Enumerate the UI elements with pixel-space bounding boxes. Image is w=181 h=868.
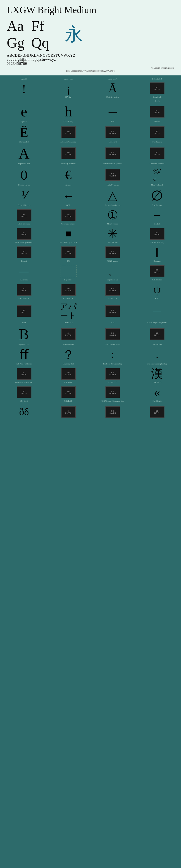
cell-a-macron: Ā Modifier Letters — [90, 81, 135, 99]
no-glyph-badge-4c: NOGLYPH — [150, 148, 165, 159]
no-glyph-badge-13b: NOGLYPH — [105, 328, 120, 340]
cell-no-glyph-3a: NOGLYPH Latin Ext Additional — [46, 124, 90, 144]
sample-aa: Aa — [7, 18, 25, 34]
cell-box-draw: ─ Dingbats — [135, 208, 179, 226]
sample-pair-1: Aa Gg — [7, 18, 25, 51]
grid-row-12: NOGLYPH Lisu アパート Latin Ext D NOGLYPH PU… — [2, 301, 179, 324]
no-glyph-badge-9a: NOGLYPH — [17, 246, 31, 258]
cell-inverted-exclamation: ¡ IPA Ext — [46, 81, 90, 99]
cell-ff-ligature: ﬀ Half And Full Forms — [2, 347, 46, 366]
grid-row-9: NOGLYPH Kangxi NOGLYPH IDC NOGLYPH CJK S… — [2, 245, 179, 263]
cell-full-comma: ， Enclosed Ideographic Sup — [135, 347, 179, 366]
col-header-ascii: ASCII — [2, 77, 46, 81]
no-glyph-badge-5: NOGLYPH — [105, 169, 120, 181]
no-glyph-badge-17c: NOGLYPH — [150, 406, 165, 418]
no-glyph-badge-11a: NOGLYPH — [17, 284, 31, 296]
cell-psi: ψ CJK — [135, 282, 179, 300]
cell-no-glyph-10: NOGLYPH CJK Strokes — [135, 264, 179, 282]
cell-percent-c: %/c Misc Technical — [135, 166, 179, 187]
cell-no-glyph-1: NOGLYPH Diacriticals — [135, 81, 179, 99]
cell-enclosed-1: ① Misc Symbols — [90, 208, 135, 226]
cell-guillemet: « Sup PUA A — [135, 385, 179, 403]
no-glyph-badge-7a: NOGLYPH — [17, 209, 31, 221]
no-glyph-badge-1: NOGLYPH — [150, 83, 165, 94]
cell-cjk-han: 漢 CJK Ext D — [135, 366, 179, 384]
cell-no-glyph-16b: NOGLYPH CJK Ext F — [46, 385, 90, 403]
cell-no-glyph-3c: NOGLYPH Punctuation — [135, 124, 179, 144]
cell-no-glyph-12a: NOGLYPH Lisu — [2, 301, 46, 324]
no-glyph-badge-17b: NOGLYPH — [105, 406, 120, 418]
no-glyph-badge-11c: NOGLYPH — [105, 284, 120, 296]
cell-asterisk-sun: ✳ Misc Arrows — [90, 226, 135, 244]
cell-no-glyph-13a: NOGLYPH Vertical Forms — [46, 325, 90, 346]
grid-row-13: B Alphabetic PF NOGLYPH Vertical Forms N… — [2, 325, 179, 346]
grid-row-17: ðδ NOGLYPH NOGLYPH NOGLYPH — [2, 403, 179, 422]
sample-chars: Aa Gg Ff Qq 永 — [7, 18, 174, 51]
grid-row-2: e Cyrillic h Cyrillic Sup — Thai NOGLYPH… — [2, 103, 179, 123]
no-glyph-badge-8a: NOGLYPH — [17, 228, 31, 240]
grid-row-10: — Katakana Bopomofo 、 Bopomofo Ext NOGLY… — [2, 264, 179, 282]
no-glyph-badge-2: NOGLYPH — [150, 106, 165, 118]
cell-no-glyph-15a: NOGLYPH Geometric Shapes Ext — [2, 366, 46, 384]
no-glyph-badge-9c: NOGLYPH — [105, 246, 120, 258]
cell-no-glyph-9b: NOGLYPH IDC — [46, 245, 90, 263]
cell-e-umlaut: Ë Phonetic Ext — [2, 124, 46, 144]
grid-row-5: 0 Number Forms € Arrows NOGLYPH Math Ope… — [2, 166, 179, 187]
no-glyph-badge-11b: NOGLYPH — [61, 284, 76, 296]
cell-no-glyph-4c: NOGLYPH Letterlike Symbols — [135, 144, 179, 165]
cell-zero: 0 Number Forms — [2, 166, 46, 187]
cell-no-glyph-11a: NOGLYPH Enclosed CJK — [2, 282, 46, 300]
grid-row-16: NOGLYPH CJK Ext E NOGLYPH CJK Ext F NOGL… — [2, 385, 179, 403]
no-glyph-badge-15a: NOGLYPH — [17, 368, 31, 380]
cell-no-glyph-9c: NOGLYPH CJK Symbols — [90, 245, 135, 263]
cell-ideographic-comma: 、 Bopomofo Ext — [90, 264, 135, 282]
cell-no-glyph-16c: NOGLYPH CJK Compat Ideographs Sup — [90, 385, 135, 403]
sample-ff: Ff — [31, 18, 49, 34]
cell-no-glyph-3b: NOGLYPH Greek Ext — [90, 124, 135, 144]
cell-no-glyph-15b: NOGLYPH CJK Ext B — [46, 366, 90, 384]
cell-no-glyph-11b: NOGLYPH CJK Compat — [46, 282, 90, 300]
no-glyph-badge-15c: NOGLYPH — [105, 368, 120, 380]
cell-dash-long: — CJK Compat Ideographs — [135, 301, 179, 324]
no-glyph-badge-9b: NOGLYPH — [61, 246, 76, 258]
cell-exclamation: ! — [2, 81, 46, 99]
col-header-latinextb: Latin Ext B — [135, 77, 179, 81]
grid-row-7: NOGLYPH Block Elements NOGLYPH Geometric… — [2, 208, 179, 226]
cell-no-glyph-16a: NOGLYPH CJK Ext E — [2, 385, 46, 403]
cell-fraction: ⅟ Control Pictures — [2, 187, 46, 207]
cell-full-colon: ： Enclosed Alphanum Sup — [90, 347, 135, 366]
no-glyph-badge-13a: NOGLYPH — [61, 328, 76, 340]
cell-no-glyph-8b: NOGLYPH CJK Radicals Sup — [135, 226, 179, 244]
cell-eth-delta: ðδ — [2, 403, 46, 422]
cell-no-glyph-13c: NOGLYPH Small Forms — [135, 325, 179, 346]
no-glyph-badge-10: NOGLYPH — [150, 265, 165, 277]
grid-row-3: Ë Phonetic Ext NOGLYPH Latin Ext Additio… — [2, 124, 179, 144]
font-title: LXGW Bright Medium — [7, 4, 174, 16]
dashed-box — [60, 265, 77, 277]
cell-triangle: △ Enclosed Alphanum — [90, 187, 135, 207]
no-glyph-badge-12a: NOGLYPH — [17, 305, 31, 317]
design-credit: © Design by fontike.com — [7, 67, 174, 69]
row1-labels: Greek — [2, 99, 179, 103]
cell-A: A Super And Sub — [2, 144, 46, 165]
sample-qq: Qq — [31, 34, 49, 51]
cell-no-glyph-2: NOGLYPH Tibetan — [135, 103, 179, 123]
no-glyph-badge-3b: NOGLYPH — [105, 126, 120, 138]
cell-arrow-left: ← OCR — [46, 187, 90, 207]
cell-no-glyph-5: NOGLYPH Math Operators — [90, 166, 135, 187]
no-glyph-badge-4b: NOGLYPH — [105, 148, 120, 159]
alphabet-upper: ABCDEFGHIJKLMNOPQRSTUVWXYZ — [7, 54, 174, 58]
cell-katakana-compat: アパート Latin Ext D — [46, 301, 90, 324]
cell-B: B Alphabetic PF — [2, 325, 46, 346]
grid-row-1: ! ¡ IPA Ext Ā Modifier Letters NOGLYPH D… — [2, 81, 179, 99]
cell-no-glyph-17a: NOGLYPH — [46, 403, 90, 422]
grid-row-11: NOGLYPH Enclosed CJK NOGLYPH CJK Compat … — [2, 282, 179, 300]
cell-no-glyph-15c: NOGLYPH CJK Ext C — [90, 366, 135, 384]
cell-no-glyph-17b: NOGLYPH — [90, 403, 135, 422]
no-glyph-badge-7b: NOGLYPH — [61, 209, 76, 221]
grid-row-8: NOGLYPH Misc Math Symbols A ■ Misc Math … — [2, 226, 179, 244]
cell-no-glyph-8a: NOGLYPH Misc Math Symbols A — [2, 226, 46, 244]
col-header-latinexta: Latin Ext A — [90, 77, 135, 81]
sample-gg: Gg — [7, 34, 25, 51]
cell-no-glyph-7b: NOGLYPH Geometric Shapes — [46, 208, 90, 226]
